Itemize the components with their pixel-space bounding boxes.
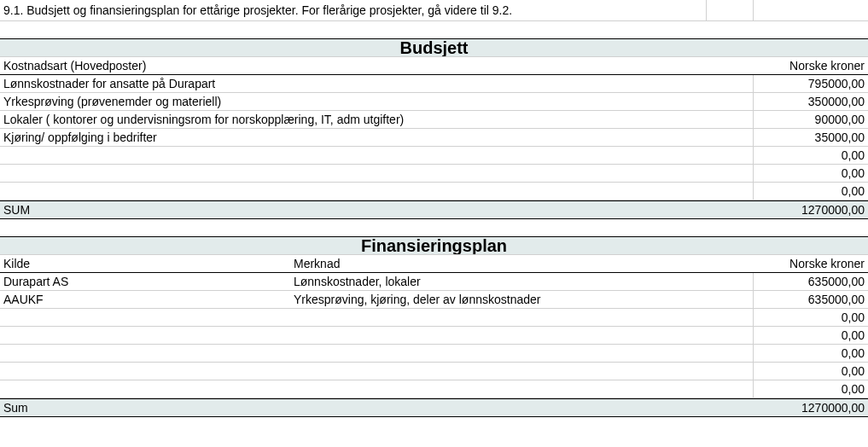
- budget-row-name: [0, 147, 753, 164]
- budget-heading-text: Budsjett: [0, 39, 868, 56]
- budget-row-amount: 90000,00: [753, 111, 868, 128]
- financing-heading-text: Finansieringsplan: [0, 237, 868, 254]
- budget-row: Lokaler ( kontorer og undervisningsrom f…: [0, 111, 868, 129]
- budget-row-name: Yrkesprøving (prøvenemder og materiell): [0, 93, 753, 110]
- budget-row-name: Lokaler ( kontorer og undervisningsrom f…: [0, 111, 753, 128]
- financing-row-amount: 0,00: [753, 327, 868, 344]
- budget-row-amount: 350000,00: [753, 93, 868, 110]
- spacer-amount: [753, 0, 868, 20]
- budget-row: 0,00: [0, 147, 868, 165]
- financing-row-amount: 0,00: [753, 363, 868, 380]
- financing-row-note: [290, 380, 753, 398]
- financing-row: 0,00: [0, 327, 868, 345]
- financing-row: 0,00: [0, 363, 868, 380]
- financing-row-source: AAUKF: [0, 291, 290, 308]
- budget-row: Lønnskostnader for ansatte på Durapart79…: [0, 75, 868, 93]
- budget-rows: Lønnskostnader for ansatte på Durapart79…: [0, 75, 868, 200]
- financing-col-kilde: Kilde: [0, 255, 290, 272]
- financing-rows: Durapart ASLønnskostnader, lokaler635000…: [0, 273, 868, 398]
- budget-row-amount: 0,00: [753, 183, 868, 200]
- financing-row: Durapart ASLønnskostnader, lokaler635000…: [0, 273, 868, 291]
- financing-sum-amount: 1270000,00: [753, 399, 868, 416]
- budget-row: Yrkesprøving (prøvenemder og materiell)3…: [0, 93, 868, 111]
- budget-sum-row: SUM 1270000,00: [0, 200, 868, 219]
- spacer-col: [706, 0, 753, 20]
- budget-row-name: Kjøring/ oppfølging i bedrifter: [0, 129, 753, 146]
- budget-header-row: Kostnadsart (Hovedposter) Norske kroner: [0, 57, 868, 75]
- financing-header-row: Kilde Merknad Norske kroner: [0, 255, 868, 273]
- financing-row-source: Durapart AS: [0, 273, 290, 290]
- financing-row-source: [0, 345, 290, 362]
- financing-row-source: [0, 327, 290, 344]
- financing-row-amount: 635000,00: [753, 273, 868, 290]
- financing-row-source: [0, 309, 290, 326]
- financing-sum-label: Sum: [0, 399, 753, 416]
- budget-row-name: [0, 183, 753, 200]
- financing-section-heading: Finansieringsplan: [0, 236, 868, 255]
- budget-row-amount: 795000,00: [753, 75, 868, 92]
- budget-row: 0,00: [0, 183, 868, 200]
- budget-col-kostnadsart: Kostnadsart (Hovedposter): [0, 57, 753, 74]
- financing-row-source: [0, 363, 290, 380]
- financing-row-amount: 0,00: [753, 380, 868, 398]
- financing-row: 0,00: [0, 380, 868, 398]
- financing-row-source: [0, 380, 290, 398]
- spacer-row: [0, 21, 868, 38]
- budget-row-amount: 0,00: [753, 165, 868, 182]
- budget-row: Kjøring/ oppfølging i bedrifter35000,00: [0, 129, 868, 147]
- financing-row: 0,00: [0, 345, 868, 363]
- financing-row-note: [290, 345, 753, 362]
- financing-sum-row: Sum 1270000,00: [0, 398, 868, 417]
- budget-row-amount: 35000,00: [753, 129, 868, 146]
- instruction-row: 9.1. Budsjett og finansieringsplan for e…: [0, 0, 868, 21]
- budget-section-heading: Budsjett: [0, 38, 868, 57]
- budget-row: 0,00: [0, 165, 868, 183]
- financing-row-note: [290, 309, 753, 326]
- budget-sum-label: SUM: [0, 201, 753, 218]
- budget-row-amount: 0,00: [753, 147, 868, 164]
- financing-row-note: Yrkesprøving, kjøring, deler av lønnskos…: [290, 291, 753, 308]
- financing-row-note: [290, 327, 753, 344]
- financing-col-merknad: Merknad: [290, 255, 753, 272]
- financing-row-amount: 0,00: [753, 309, 868, 326]
- budget-row-name: [0, 165, 753, 182]
- spacer-row: [0, 219, 868, 236]
- financing-col-amount: Norske kroner: [753, 255, 868, 272]
- financing-row-note: Lønnskostnader, lokaler: [290, 273, 753, 290]
- financing-row: AAUKFYrkesprøving, kjøring, deler av løn…: [0, 291, 868, 309]
- budget-col-amount: Norske kroner: [753, 57, 868, 74]
- financing-row-amount: 635000,00: [753, 291, 868, 308]
- financing-row-note: [290, 363, 753, 380]
- instruction-text: 9.1. Budsjett og finansieringsplan for e…: [0, 0, 706, 20]
- financing-row: 0,00: [0, 309, 868, 327]
- financing-row-amount: 0,00: [753, 345, 868, 362]
- budget-row-name: Lønnskostnader for ansatte på Durapart: [0, 75, 753, 92]
- budget-sum-amount: 1270000,00: [753, 201, 868, 218]
